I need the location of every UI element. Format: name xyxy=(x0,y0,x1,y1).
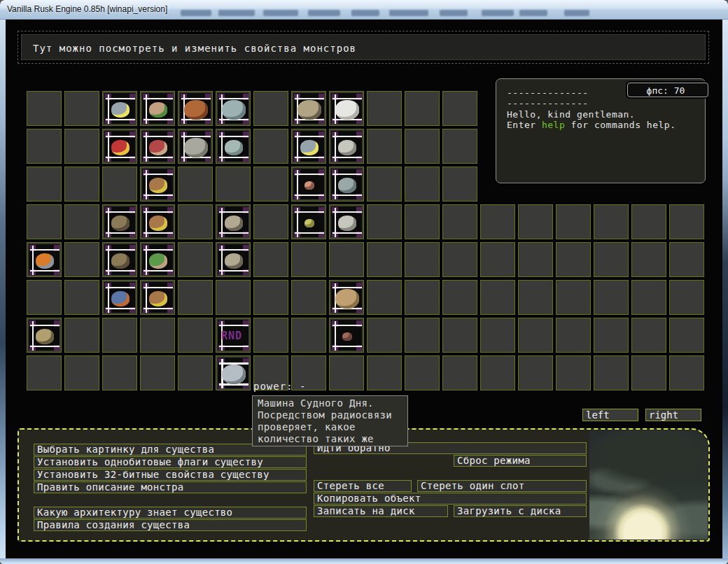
monster-slot-cell[interactable] xyxy=(140,242,175,277)
monster-slot-cell[interactable] xyxy=(367,318,402,353)
monster-slot-cell[interactable] xyxy=(442,242,477,277)
monster-slot-cell[interactable] xyxy=(102,204,137,239)
monster-slot-cell[interactable] xyxy=(27,204,62,239)
monster-slot-cell[interactable] xyxy=(178,91,213,126)
monster-slot-cell[interactable] xyxy=(518,242,553,277)
monster-slot-cell[interactable] xyxy=(253,242,288,277)
monster-slot-cell[interactable] xyxy=(64,242,99,277)
monster-slot-cell[interactable] xyxy=(140,204,175,239)
monster-slot-cell[interactable] xyxy=(329,318,364,353)
monster-slot-cell[interactable] xyxy=(405,355,440,390)
monster-slot-cell[interactable] xyxy=(253,167,288,202)
monster-slot-cell[interactable] xyxy=(442,129,477,164)
monster-slot-cell[interactable] xyxy=(178,242,213,277)
monster-slot-cell[interactable] xyxy=(64,355,99,390)
monster-slot-cell[interactable] xyxy=(64,91,99,126)
monster-slot-cell[interactable] xyxy=(405,167,440,202)
monster-slot-cell[interactable] xyxy=(669,355,704,390)
monster-slot-cell[interactable] xyxy=(140,91,175,126)
monster-slot-cell[interactable] xyxy=(102,129,137,164)
monster-slot-cell[interactable] xyxy=(480,355,515,390)
monster-slot-cell[interactable] xyxy=(518,355,553,390)
monster-slot-cell[interactable] xyxy=(102,91,137,126)
monster-slot-cell[interactable] xyxy=(216,167,251,202)
monster-slot-cell[interactable] xyxy=(556,280,591,315)
monster-slot-cell[interactable] xyxy=(253,204,288,239)
monster-slot-cell[interactable] xyxy=(216,204,251,239)
monster-slot-cell[interactable] xyxy=(216,129,251,164)
titlebar[interactable]: Vanilla Rusk Engine 0.85h [winapi_versio… xyxy=(0,0,728,20)
monster-slot-cell[interactable] xyxy=(27,280,62,315)
action-button-установить-32-битные-свойства-существу[interactable]: Установить 32-битные свойства существу xyxy=(34,469,307,481)
monster-slot-cell[interactable] xyxy=(329,204,364,239)
monster-slot-cell[interactable] xyxy=(291,318,326,353)
monster-slot-cell[interactable] xyxy=(480,318,515,353)
monster-slot-cell[interactable] xyxy=(518,318,553,353)
monster-slot-cell[interactable] xyxy=(405,280,440,315)
monster-slot-cell[interactable] xyxy=(518,280,553,315)
monster-slot-cell[interactable] xyxy=(140,129,175,164)
monster-slot-cell[interactable] xyxy=(594,280,629,315)
action-button-правила-создания-существа[interactable]: Правила создания существа xyxy=(34,519,307,531)
monster-slot-cell[interactable] xyxy=(594,204,629,239)
monster-slot-cell[interactable] xyxy=(405,204,440,239)
monster-slot-cell[interactable] xyxy=(27,167,62,202)
monster-slot-cell[interactable] xyxy=(405,242,440,277)
monster-slot-cell[interactable] xyxy=(291,280,326,315)
monster-slot-cell[interactable] xyxy=(631,280,666,315)
monster-slot-cell[interactable] xyxy=(556,204,591,239)
monster-slot-cell[interactable] xyxy=(27,91,62,126)
monster-slot-cell[interactable] xyxy=(631,204,666,239)
action-button-какую-архитектуру-знает-существо[interactable]: Какую архитектуру знает существо xyxy=(34,507,307,519)
monster-slot-cell[interactable] xyxy=(594,242,629,277)
monster-slot-cell[interactable] xyxy=(556,355,591,390)
monster-slot-cell[interactable] xyxy=(102,318,137,353)
page-right-button[interactable]: right xyxy=(645,409,701,421)
monster-slot-cell[interactable] xyxy=(102,242,137,277)
monster-slot-cell[interactable] xyxy=(631,242,666,277)
monster-slot-cell[interactable] xyxy=(140,280,175,315)
monster-slot-cell[interactable] xyxy=(594,318,629,353)
action-button-стереть-все[interactable]: Стереть все xyxy=(314,480,412,492)
monster-slot-cell[interactable] xyxy=(140,318,175,353)
monster-slot-cell[interactable] xyxy=(556,242,591,277)
monster-slot-cell[interactable] xyxy=(27,129,62,164)
monster-slot-cell[interactable] xyxy=(64,204,99,239)
monster-slot-cell[interactable] xyxy=(367,355,402,390)
monster-slot-cell[interactable] xyxy=(669,242,704,277)
monster-slot-cell[interactable] xyxy=(140,355,175,390)
action-button-установить-однобитовые-флаги-существу[interactable]: Установить однобитовые флаги существу xyxy=(34,456,307,468)
monster-slot-cell[interactable] xyxy=(367,204,402,239)
monster-slot-cell[interactable] xyxy=(27,318,62,353)
monster-slot-cell[interactable] xyxy=(291,129,326,164)
monster-slot-cell[interactable] xyxy=(480,242,515,277)
monster-slot-cell[interactable] xyxy=(480,204,515,239)
monster-slot-cell[interactable] xyxy=(556,318,591,353)
monster-slot-cell[interactable] xyxy=(140,167,175,202)
monster-slot-cell[interactable] xyxy=(442,91,477,126)
monster-slot-cell[interactable] xyxy=(367,280,402,315)
monster-slot-cell[interactable] xyxy=(291,91,326,126)
action-button-сброс-режима[interactable]: Сброс режима xyxy=(454,455,587,467)
action-button-стереть-один-слот[interactable]: Стереть один слот xyxy=(417,480,587,492)
monster-slot-cell[interactable] xyxy=(367,242,402,277)
monster-slot-cell[interactable] xyxy=(442,355,477,390)
monster-slot-cell[interactable] xyxy=(442,280,477,315)
monster-slot-cell[interactable] xyxy=(178,129,213,164)
monster-slot-cell[interactable] xyxy=(253,91,288,126)
monster-slot-cell[interactable] xyxy=(442,318,477,353)
monster-slot-cell[interactable] xyxy=(518,204,553,239)
monster-slot-cell[interactable] xyxy=(27,355,62,390)
monster-slot-cell[interactable] xyxy=(216,242,251,277)
action-button-править-описание-монстра[interactable]: Править описание монстра xyxy=(34,481,307,493)
monster-slot-cell[interactable] xyxy=(405,91,440,126)
monster-slot-cell[interactable] xyxy=(442,204,477,239)
monster-slot-cell[interactable] xyxy=(253,318,288,353)
monster-slot-cell[interactable] xyxy=(367,167,402,202)
monster-slot-cell[interactable] xyxy=(216,355,251,390)
monster-slot-cell[interactable] xyxy=(405,129,440,164)
monster-slot-cell[interactable] xyxy=(102,280,137,315)
monster-slot-cell[interactable] xyxy=(64,167,99,202)
monster-slot-cell[interactable] xyxy=(64,129,99,164)
monster-slot-cell[interactable] xyxy=(102,167,137,202)
